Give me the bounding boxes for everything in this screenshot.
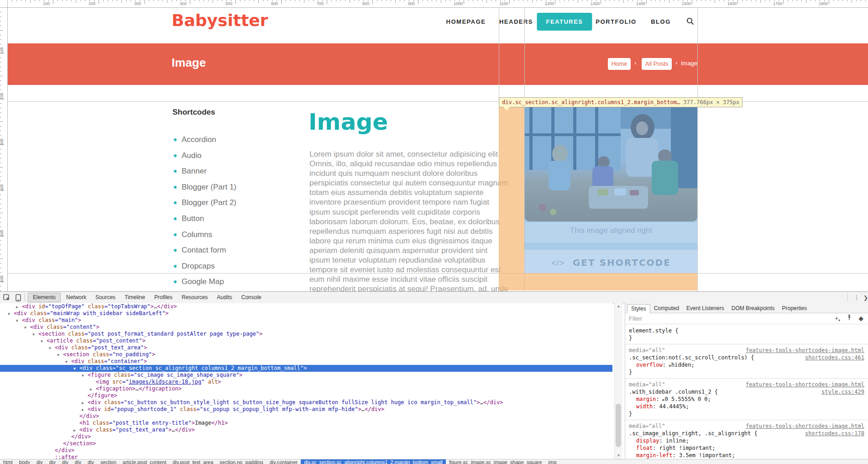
devtools-tab-sources[interactable]: Sources	[91, 292, 120, 303]
collapse-arrow-icon[interactable]: ▶	[82, 406, 84, 413]
tree-row[interactable]: ▼<section class="post post_format_standa…	[0, 331, 612, 337]
devtools-tab-elements[interactable]: Elements	[28, 293, 61, 302]
collapse-arrow-icon[interactable]: ▶	[73, 427, 76, 434]
devtools-tab-profiles[interactable]: Profiles	[150, 292, 177, 303]
breadcrumb-node[interactable]: figure.sc_image.sc_image_shape_square	[446, 459, 545, 464]
expand-arrow-icon[interactable]: ▼	[8, 311, 10, 317]
sidebar-item[interactable]: Dropcaps	[173, 262, 291, 273]
nav-item-portfolio[interactable]: PORTFOLIO	[596, 18, 636, 25]
device-mode-icon[interactable]	[14, 293, 23, 302]
sidebar-item[interactable]: Google Map	[173, 277, 291, 288]
stylesheet-link[interactable]: features-tools-shortcodes-image.html	[746, 422, 864, 430]
nav-item-features[interactable]: FEATURES	[537, 13, 592, 31]
aligned-image[interactable]	[525, 101, 697, 221]
tree-row[interactable]: </section>	[0, 440, 612, 447]
styles-tab-styles[interactable]: Styles	[627, 304, 650, 313]
tree-row[interactable]: ▼<figure class="sc_image sc_image_shape_…	[0, 372, 612, 379]
nav-item-blog[interactable]: BLOG	[651, 18, 671, 25]
collapse-arrow-icon[interactable]: ▶	[16, 304, 18, 311]
breadcrumb-node[interactable]: img	[545, 459, 560, 464]
devtools-tab-network[interactable]: Network	[62, 292, 91, 303]
sidebar-item[interactable]: Columns	[173, 230, 291, 241]
tree-row[interactable]: ▶<div class="sc_button sc_button_style_l…	[0, 399, 612, 406]
sidebar-item[interactable]: Audio	[173, 151, 291, 162]
tree-row[interactable]: <img src="images/kidscare-18.jpg" alt>	[0, 379, 612, 385]
tree-row[interactable]: ▼<div class="container">	[0, 358, 612, 365]
breadcrumb-node[interactable]: div	[33, 459, 46, 464]
new-style-rule-icon[interactable]: +▾	[835, 314, 840, 325]
tree-row[interactable]: </div>	[0, 447, 612, 454]
search-icon[interactable]	[686, 17, 694, 25]
scrollbar-thumb[interactable]	[616, 404, 621, 447]
sidebar-item[interactable]: Banner	[173, 167, 291, 178]
stylesheet-link[interactable]: style.css:429	[821, 388, 864, 395]
breadcrumb-home[interactable]: Home	[608, 58, 631, 70]
filter-input[interactable]: Filter	[629, 315, 642, 322]
collapse-arrow-icon[interactable]: ▶	[90, 386, 92, 393]
expand-arrow-icon[interactable]: ▼	[82, 372, 84, 379]
breadcrumb-node[interactable]: div	[84, 459, 97, 464]
tree-row[interactable]: </figure>	[0, 392, 612, 399]
dock-side-icon[interactable]: ❯	[863, 293, 868, 302]
breadcrumb-node[interactable]: section.no_padding	[216, 459, 266, 464]
breadcrumb-node[interactable]: section	[97, 459, 120, 464]
sidebar-item[interactable]: Contact form	[173, 246, 291, 257]
styles-tab-computed[interactable]: Computed	[650, 304, 683, 312]
collapse-arrow-icon[interactable]: ▶	[82, 400, 84, 406]
tree-row[interactable]: </div>	[0, 413, 612, 420]
sidebar-item[interactable]: Blogger (Part 1)	[173, 183, 291, 194]
overflow-menu-icon[interactable]: ⋮	[852, 293, 861, 302]
expand-arrow-icon[interactable]: ▼	[16, 317, 18, 324]
resource-link[interactable]: images/kidscare-18.jpg	[129, 379, 201, 385]
stylesheet-link[interactable]: features-tools-shortcodes-image.html	[746, 381, 864, 388]
styles-tab-event-listeners[interactable]: Event Listeners	[683, 304, 728, 312]
expand-arrow-icon[interactable]: ▼	[41, 338, 43, 345]
expand-arrow-icon[interactable]: ▼	[24, 324, 26, 331]
expand-arrow-icon[interactable]: ▼	[32, 331, 35, 338]
breadcrumb-node[interactable]: div	[46, 459, 59, 464]
breadcrumb-node[interactable]: div	[72, 459, 84, 464]
styles-tab-dom-breakpoints[interactable]: DOM Breakpoints	[728, 304, 779, 312]
stylesheet-link[interactable]: shortcodes.css:461	[805, 354, 864, 361]
tree-row[interactable]: ▼<div class="post_text_area">	[0, 344, 612, 351]
breadcrumb-node[interactable]: div.container	[267, 459, 301, 464]
sidebar-item[interactable]: Accordion	[173, 135, 291, 146]
tree-row[interactable]: ▶<div class="post_text_area">…</div>	[0, 427, 612, 433]
expand-arrow-icon[interactable]: ▼	[57, 352, 59, 359]
tree-row[interactable]: </div>	[0, 433, 612, 440]
breadcrumb-node[interactable]: body	[16, 459, 33, 464]
scroll-down-icon[interactable]: ▼	[615, 453, 622, 458]
devtools-tab-resources[interactable]: Resources	[177, 292, 212, 303]
tree-row[interactable]: ▶<div id="popup_shortcode_1" class="sc_p…	[0, 406, 612, 413]
breadcrumb-all-posts[interactable]: All Posts	[642, 58, 672, 70]
sidebar-item[interactable]: Button	[173, 214, 291, 225]
stylesheet-link[interactable]: shortcodes.css:178	[805, 430, 864, 437]
tree-row[interactable]: ::after	[0, 454, 612, 459]
tree-row[interactable]: ▼<article class="post_content">	[0, 337, 612, 344]
get-shortcode-button[interactable]: </> GET SHORTCODE	[525, 257, 697, 268]
pin-icon[interactable]	[847, 314, 852, 325]
tree-row[interactable]: ▼<div class="main">	[0, 317, 612, 324]
inspect-element-icon[interactable]	[2, 293, 11, 302]
expand-arrow-icon[interactable]: ▼	[49, 345, 51, 352]
tree-row[interactable]: ▶<figcaption>…</figcaption>	[0, 385, 612, 392]
scroll-up-icon[interactable]: ▲	[615, 304, 622, 308]
site-logo[interactable]: Babysitter	[172, 11, 268, 30]
devtools-tab-console[interactable]: Console	[237, 292, 266, 303]
styles-tab-properties[interactable]: Properties	[778, 304, 810, 312]
breadcrumb-node-selected[interactable]: div.sc_section.sc_alignright.columns1_2.…	[301, 459, 446, 464]
elements-scrollbar[interactable]: ▲ ▼	[614, 303, 622, 459]
sidebar-item[interactable]: Blogger (Part 2)	[173, 198, 291, 209]
tree-row[interactable]: ▶<div id="topOfPage" class="topTabsWrap"…	[0, 303, 612, 310]
tree-row[interactable]: <h1 class="post_title entry-title">Image…	[0, 420, 612, 427]
nav-item-homepage[interactable]: HOMEPAGE	[446, 18, 486, 25]
breadcrumb-node[interactable]: div.post_text_area	[169, 459, 216, 464]
breadcrumb-node[interactable]: article.post_content	[120, 459, 169, 464]
nav-item-headers[interactable]: HEADERS	[499, 18, 533, 25]
devtools-tab-audits[interactable]: Audits	[212, 292, 236, 303]
expand-arrow-icon[interactable]: ▼	[73, 365, 76, 372]
tree-row[interactable]: ▼<div class="mainWrap with_sidebar sideB…	[0, 310, 612, 317]
breadcrumb-node[interactable]: div	[59, 459, 72, 464]
element-state-icon[interactable]: ◆	[858, 314, 863, 325]
breadcrumb-node[interactable]: html	[0, 459, 16, 464]
